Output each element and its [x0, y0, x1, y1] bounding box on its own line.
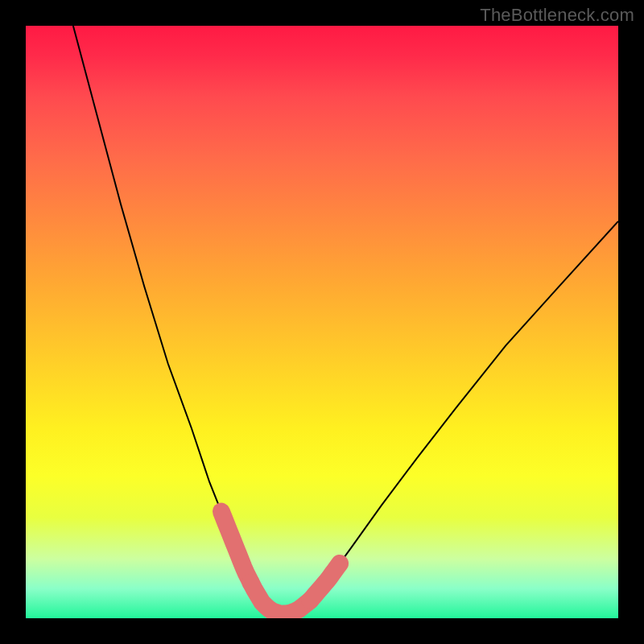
watermark-text: TheBottleneck.com — [480, 5, 634, 26]
chart-highlight-right — [310, 564, 340, 601]
chart-plot-area — [26, 26, 618, 618]
chart-curve-svg — [26, 26, 618, 618]
chart-highlight-bottom — [251, 583, 311, 614]
chart-highlight-left — [221, 512, 251, 583]
chart-main-curve — [73, 26, 618, 614]
